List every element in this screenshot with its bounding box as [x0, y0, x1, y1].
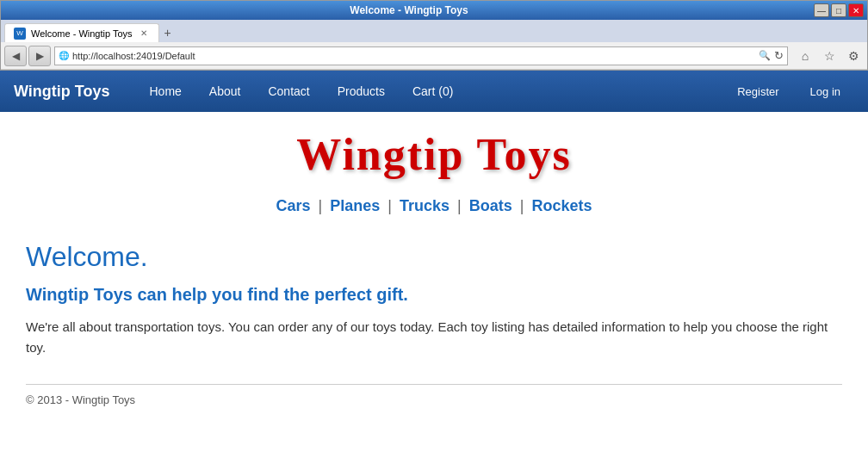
- nav-contact[interactable]: Contact: [254, 71, 323, 112]
- sep-4: |: [520, 197, 524, 214]
- app-brand[interactable]: Wingtip Toys: [14, 83, 110, 101]
- title-bar-text: Welcome - Wingtip Toys: [4, 4, 814, 16]
- browser-tab[interactable]: W Welcome - Wingtip Toys ✕: [4, 23, 159, 42]
- home-button[interactable]: ⌂: [795, 46, 815, 65]
- nav-buttons: ◀ ▶: [4, 46, 51, 66]
- site-title: Wingtip Toys: [26, 129, 842, 180]
- address-text: http://localhost:24019/Default: [72, 51, 755, 61]
- maximize-button[interactable]: □: [831, 3, 846, 17]
- back-button[interactable]: ◀: [4, 46, 27, 66]
- new-tab-button[interactable]: +: [159, 23, 177, 42]
- close-button[interactable]: ✕: [848, 3, 864, 17]
- title-bar-controls: — □ ✕: [814, 3, 864, 17]
- sep-2: |: [388, 197, 392, 214]
- title-bar: Welcome - Wingtip Toys — □ ✕: [1, 1, 867, 20]
- welcome-subheading: Wingtip Toys can help you find the perfe…: [26, 285, 842, 305]
- welcome-heading: Welcome.: [26, 241, 842, 273]
- sep-1: |: [319, 197, 323, 214]
- category-cars[interactable]: Cars: [276, 197, 310, 214]
- footer-divider: [26, 384, 842, 385]
- tab-label: Welcome - Wingtip Toys: [31, 28, 133, 39]
- address-field[interactable]: 🌐 http://localhost:24019/Default 🔍 ↻: [54, 46, 788, 65]
- tab-favicon: W: [14, 28, 26, 40]
- app-navbar: Wingtip Toys Home About Contact Products…: [0, 71, 868, 112]
- nav-right: Register Log in: [723, 71, 854, 112]
- sep-3: |: [457, 197, 462, 214]
- nav-home[interactable]: Home: [136, 71, 195, 112]
- nav-about[interactable]: About: [195, 71, 255, 112]
- refresh-button[interactable]: ↻: [774, 49, 784, 62]
- nav-products[interactable]: Products: [324, 71, 399, 112]
- welcome-text: We're all about transportation toys. You…: [26, 317, 842, 358]
- category-links: Cars | Planes | Trucks | Boats | Rockets: [26, 197, 842, 215]
- address-bar: ◀ ▶ 🌐 http://localhost:24019/Default 🔍 ↻…: [1, 42, 867, 70]
- address-icon: 🌐: [59, 51, 69, 60]
- search-icon: 🔍: [759, 50, 771, 61]
- favorites-button[interactable]: ☆: [819, 46, 840, 65]
- tab-close-button[interactable]: ✕: [138, 28, 150, 40]
- nav-cart[interactable]: Cart (0): [399, 71, 467, 112]
- nav-links: Home About Contact Products Cart (0): [136, 71, 724, 112]
- main-content: Wingtip Toys Cars | Planes | Trucks | Bo…: [0, 112, 868, 456]
- category-trucks[interactable]: Trucks: [400, 197, 450, 214]
- category-rockets[interactable]: Rockets: [531, 197, 592, 214]
- nav-login[interactable]: Log in: [797, 71, 854, 112]
- nav-register[interactable]: Register: [723, 71, 792, 112]
- category-boats[interactable]: Boats: [469, 197, 512, 214]
- forward-button[interactable]: ▶: [28, 46, 51, 66]
- category-planes[interactable]: Planes: [330, 197, 380, 214]
- footer-text: © 2013 - Wingtip Toys: [26, 393, 842, 406]
- minimize-button[interactable]: —: [814, 3, 829, 17]
- window-chrome: Welcome - Wingtip Toys — □ ✕ W Welcome -…: [0, 0, 868, 71]
- settings-button[interactable]: ⚙: [843, 46, 864, 65]
